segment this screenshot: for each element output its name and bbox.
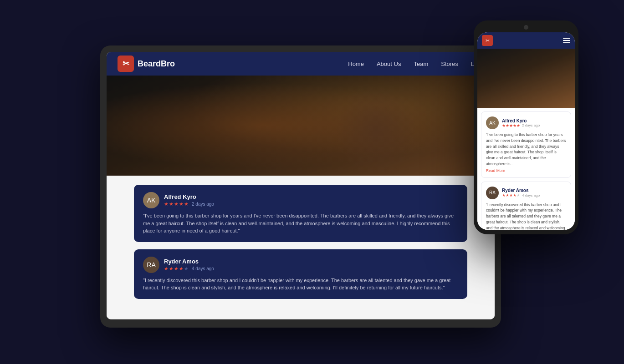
hamburger-line-3 (563, 42, 570, 43)
phone-time-2: 4 days ago (522, 193, 540, 197)
phone-reviewer-meta-2: ★★★★★ 4 days ago (502, 193, 540, 197)
hamburger-line-2 (563, 40, 570, 41)
scene: ✂ BeardBro Home About Us Team Stores Lab… (0, 0, 624, 364)
tablet-navbar: ✂ BeardBro Home About Us Team Stores Lab… (107, 52, 495, 76)
hero-overlay (107, 76, 495, 176)
reviewer-meta-1: ★★★★★ 2 days ago (164, 201, 458, 207)
phone-review-header-2: RA Ryder Amos ★★★★★ 4 days ago (486, 187, 566, 199)
phone-reviews-section: AK Alfred Kyro ★★★★★ 2 days ago "I've be… (477, 108, 575, 230)
phone-avatar-2: RA (486, 187, 499, 199)
hero-figure (335, 86, 417, 176)
phone-brand-icon: ✂ (482, 35, 493, 46)
tablet-nav-links: Home About Us Team Stores Labs (348, 61, 484, 67)
phone-review-header-1: AK Alfred Kyro ★★★★★ 2 days ago (486, 116, 566, 129)
review-text-1: "I've been going to this barber shop for… (143, 212, 458, 235)
nav-stores[interactable]: Stores (441, 61, 458, 67)
phone-reviewer-info-1: Alfred Kyro ★★★★★ 2 days ago (502, 118, 540, 128)
nav-about[interactable]: About Us (377, 61, 401, 67)
phone-avatar-1: AK (486, 116, 499, 129)
nav-home[interactable]: Home (348, 61, 364, 67)
phone-stars-1: ★★★★★ (502, 123, 520, 128)
nav-team[interactable]: Team (414, 61, 428, 67)
review-header-1: AK Alfred Kyro ★★★★★ 2 days ago (143, 192, 458, 208)
phone-review-text-2: "I recently discovered this barber shop … (486, 202, 566, 230)
reviewer-meta-2: ★★★★★ 4 days ago (164, 266, 458, 272)
phone-screen: ✂ AK Alfred Kyro (477, 32, 575, 230)
phone-read-more-1[interactable]: Read More (486, 168, 566, 173)
review-header-2: RA Ryder Amos ★★★★★ 4 days ago (143, 257, 458, 273)
review-text-2: "I recently discovered this barber shop … (143, 277, 458, 292)
phone-reviewer-name-1: Alfred Kyro (502, 118, 540, 123)
tablet-review-card-2: RA Ryder Amos ★★★★★ 4 days ago "I recent… (134, 249, 467, 299)
stars-2: ★★★★★ (164, 266, 189, 272)
review-time-1: 2 days ago (192, 202, 214, 207)
reviewer-avatar-1: AK (143, 192, 159, 208)
phone-review-card-2: RA Ryder Amos ★★★★★ 4 days ago "I recent… (481, 182, 571, 230)
tablet-hero (107, 76, 495, 176)
reviewer-avatar-2: RA (143, 257, 159, 273)
reviewer-name-2: Ryder Amos (164, 258, 458, 265)
brand-name: BeardBro (138, 59, 175, 69)
tablet-reviews-section: AK Alfred Kyro ★★★★★ 2 days ago "I've be… (107, 176, 495, 319)
phone-hamburger-icon[interactable] (563, 38, 570, 43)
tablet-screen: ✂ BeardBro Home About Us Team Stores Lab… (107, 52, 495, 319)
phone-reviewer-name-2: Ryder Amos (502, 188, 540, 193)
phone-review-card-1: AK Alfred Kyro ★★★★★ 2 days ago "I've be… (481, 111, 571, 178)
phone-hero (477, 49, 575, 108)
stars-1: ★★★★★ (164, 201, 189, 207)
review-time-2: 4 days ago (192, 266, 214, 271)
tablet-brand: ✂ BeardBro (118, 56, 348, 72)
hamburger-line-1 (563, 38, 570, 39)
phone-reviewer-info-2: Ryder Amos ★★★★★ 4 days ago (502, 188, 540, 197)
phone-stars-2: ★★★★★ (502, 193, 520, 197)
phone-hero-overlay (477, 49, 575, 108)
phone-reviewer-meta-1: ★★★★★ 2 days ago (502, 123, 540, 128)
phone-time-1: 2 days ago (522, 123, 540, 127)
hero-image (107, 76, 495, 176)
phone-notch (524, 25, 528, 30)
phone-topbar: ✂ (477, 32, 575, 49)
brand-icon: ✂ (118, 56, 134, 72)
phone-device: ✂ AK Alfred Kyro (474, 20, 578, 234)
phone-review-text-1: "I've been going to this barber shop for… (486, 132, 566, 167)
reviewer-name-1: Alfred Kyro (164, 193, 458, 200)
reviewer-info-1: Alfred Kyro ★★★★★ 2 days ago (164, 193, 458, 207)
tablet-review-card-1: AK Alfred Kyro ★★★★★ 2 days ago "I've be… (134, 185, 467, 242)
reviewer-info-2: Ryder Amos ★★★★★ 4 days ago (164, 258, 458, 272)
tablet-device: ✂ BeardBro Home About Us Team Stores Lab… (100, 46, 501, 328)
